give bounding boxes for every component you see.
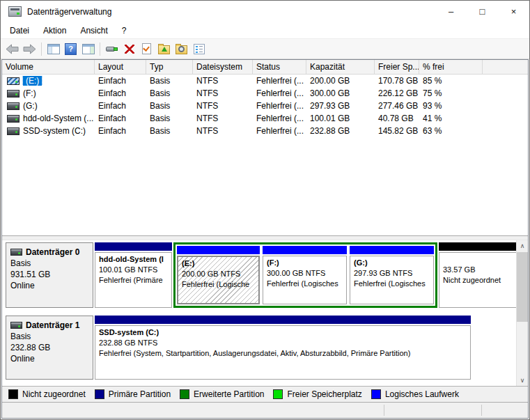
column-header-kapazitaet[interactable]: Kapazität xyxy=(306,60,375,74)
legend-label: Freier Speicherplatz xyxy=(287,389,361,399)
legend-item-extended: Erweiterte Partition xyxy=(180,389,264,399)
cell-prozent: 63 % xyxy=(419,126,483,136)
partition-info: 33.57 GB Nicht zugeordnet xyxy=(439,252,519,308)
menubar: Datei Aktion Ansicht ? xyxy=(1,22,529,38)
column-header-volume[interactable]: Volume xyxy=(2,60,95,74)
column-header-typ[interactable]: Typ xyxy=(146,60,193,74)
column-header-layout[interactable]: Layout xyxy=(95,60,146,74)
forward-icon[interactable] xyxy=(21,41,38,57)
cell-kapazitaet: 100.01 GB xyxy=(306,114,375,123)
disk-size: 232.88 GB xyxy=(10,342,88,353)
disk-icon xyxy=(10,249,22,256)
legend-item-primary: Primäre Partition xyxy=(95,389,171,399)
extended-partition-frame: (E:) 200.00 GB NTFS Fehlerfrei (Logische… xyxy=(173,242,437,308)
maximize-button[interactable]: □ xyxy=(467,1,498,22)
partition-info: (G:) 297.93 GB NTFS Fehlerfrei (Logische… xyxy=(350,256,434,304)
disk-0-header[interactable]: Datenträger 0 Basis 931.51 GB Online xyxy=(6,242,93,308)
volume-icon xyxy=(7,115,20,123)
table-row-volume-e[interactable]: (E:) Einfach Basis NTFS Fehlerfrei (... … xyxy=(2,75,528,87)
table-row-volume-hdd-old-system[interactable]: hdd-old-System (... Einfach Basis NTFS F… xyxy=(2,112,528,125)
legend-swatch-unallocated xyxy=(8,389,18,399)
partition-color-bar xyxy=(439,242,519,251)
cell-typ: Basis xyxy=(146,101,193,111)
partition-g[interactable]: (G:) 297.93 GB NTFS Fehlerfrei (Logische… xyxy=(350,246,434,304)
window-title: Datenträgerverwaltung xyxy=(27,7,111,17)
status-bar xyxy=(2,402,528,418)
scroll-up-icon[interactable]: ∧ xyxy=(517,240,528,251)
column-header-status[interactable]: Status xyxy=(253,60,306,74)
volume-label: hdd-old-System (... xyxy=(23,114,93,123)
properties-icon[interactable] xyxy=(103,41,120,57)
volume-icon xyxy=(7,77,20,85)
cell-kapazitaet: 200.00 GB xyxy=(306,76,375,86)
scroll-down-icon[interactable]: ∨ xyxy=(517,375,528,386)
volume-icon xyxy=(7,127,20,135)
volume-label: SSD-system (C:) xyxy=(23,126,86,136)
disk-0-partitions: hdd-old-System (I 100.01 GB NTFS Fehlerf… xyxy=(95,242,519,308)
table-row-volume-f[interactable]: (F:) Einfach Basis NTFS Fehlerfrei (... … xyxy=(2,87,528,100)
disk-1-header[interactable]: Datenträger 1 Basis 232.88 GB Online xyxy=(6,316,93,380)
table-row-volume-g[interactable]: (G:) Einfach Basis NTFS Fehlerfrei (... … xyxy=(2,100,528,112)
volume-label: (E:) xyxy=(23,76,42,86)
cell-dateisystem: NTFS xyxy=(193,101,253,111)
menu-ansicht[interactable]: Ansicht xyxy=(73,24,114,38)
disk-type: Basis xyxy=(10,258,88,269)
folder-search-icon[interactable] xyxy=(173,41,190,57)
partition-info: hdd-old-System (I 100.01 GB NTFS Fehlerf… xyxy=(95,252,172,308)
cell-dateisystem: NTFS xyxy=(193,114,253,123)
cell-typ: Basis xyxy=(146,114,193,123)
menu-hilfe[interactable]: ? xyxy=(115,24,134,38)
show-console-tree-icon[interactable] xyxy=(45,41,62,57)
column-header-prozent-frei[interactable]: % frei xyxy=(419,60,483,74)
help-icon[interactable] xyxy=(62,41,79,57)
cell-typ: Basis xyxy=(146,126,193,136)
disk-1-partitions: SSD-system (C:) 232.88 GB NTFS Fehlerfre… xyxy=(95,316,471,380)
legend-label: Erweiterte Partition xyxy=(194,389,264,399)
toolbar xyxy=(1,38,529,59)
disk-name: Datenträger 0 xyxy=(26,247,79,258)
disk-type: Basis xyxy=(10,331,88,342)
partition-f[interactable]: (F:) 300.00 GB NTFS Fehlerfrei (Logische… xyxy=(263,246,347,304)
cell-dateisystem: NTFS xyxy=(193,76,253,86)
menu-datei[interactable]: Datei xyxy=(3,24,36,38)
legend: Nicht zugeordnet Primäre Partition Erwei… xyxy=(2,386,528,402)
minimize-button[interactable]: – xyxy=(435,1,467,22)
cell-typ: Basis xyxy=(146,76,193,86)
partition-c-system[interactable]: SSD-system (C:) 232.88 GB NTFS Fehlerfre… xyxy=(95,316,471,380)
partition-unallocated[interactable]: 33.57 GB Nicht zugeordnet xyxy=(439,242,519,308)
close-button[interactable]: × xyxy=(498,1,529,22)
table-row-volume-ssd-system[interactable]: SSD-system (C:) Einfach Basis NTFS Fehle… xyxy=(2,125,528,137)
toolbar-separator xyxy=(41,42,42,56)
column-header-dateisystem[interactable]: Dateisystem xyxy=(193,60,253,74)
scrollbar-thumb[interactable] xyxy=(517,252,528,322)
folder-up-icon[interactable] xyxy=(155,41,173,57)
legend-label: Nicht zugeordnet xyxy=(22,389,86,399)
show-action-pane-icon[interactable] xyxy=(79,41,97,57)
volume-label: (G:) xyxy=(23,101,38,111)
pane-splitter[interactable] xyxy=(2,235,528,240)
menu-aktion[interactable]: Aktion xyxy=(36,24,73,38)
partition-e-selected[interactable]: (E:) 200.00 GB NTFS Fehlerfrei (Logische xyxy=(177,246,260,304)
legend-swatch-primary xyxy=(95,389,104,399)
check-mark-document-icon[interactable] xyxy=(138,41,155,57)
cell-freier: 226.12 GB xyxy=(375,88,419,98)
status-bar-divider xyxy=(481,405,482,416)
cell-status: Fehlerfrei (... xyxy=(253,101,306,111)
column-header-freier-speicher[interactable]: Freier Sp... xyxy=(375,60,419,74)
cell-kapazitaet: 232.88 GB xyxy=(306,126,375,136)
delete-volume-icon[interactable] xyxy=(120,41,138,57)
partition-hdd-old-system[interactable]: hdd-old-System (I 100.01 GB NTFS Fehlerf… xyxy=(95,242,172,308)
cell-status: Fehlerfrei (... xyxy=(253,126,306,136)
cell-prozent: 41 % xyxy=(419,114,483,123)
cell-prozent: 85 % xyxy=(419,76,483,86)
task-list-icon[interactable] xyxy=(190,41,208,57)
cell-status: Fehlerfrei (... xyxy=(253,114,306,123)
vertical-scrollbar[interactable]: ∧ ∨ xyxy=(516,240,528,386)
back-icon[interactable] xyxy=(3,41,21,57)
legend-item-logical-drive: Logisches Laufwerk xyxy=(371,389,459,399)
cell-dateisystem: NTFS xyxy=(193,88,253,98)
partition-info: (F:) 300.00 GB NTFS Fehlerfrei (Logische… xyxy=(263,256,347,304)
cell-freier: 277.46 GB xyxy=(375,101,419,111)
legend-label: Logisches Laufwerk xyxy=(385,389,459,399)
disk-management-window: Datenträgerverwaltung – □ × Datei Aktion… xyxy=(0,0,530,420)
